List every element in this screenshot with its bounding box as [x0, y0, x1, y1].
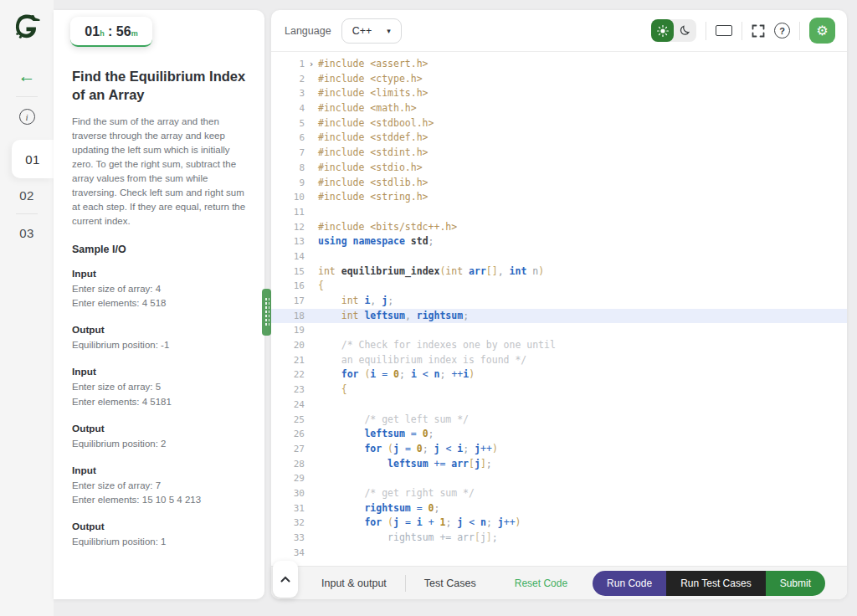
question-tabs: 01 02 03 — [0, 140, 54, 249]
timer-separator: : — [108, 24, 112, 38]
io-label: Input — [72, 268, 246, 280]
fold-chevron-icon[interactable]: › — [305, 57, 318, 72]
io-label: Input — [72, 465, 246, 476]
line-number: 21 — [271, 353, 305, 368]
question-tab-02[interactable]: 02 — [0, 178, 54, 212]
code-line[interactable]: 30 /* get right sum */ — [271, 486, 847, 501]
io-label: Input — [72, 366, 246, 377]
toolbar-divider — [742, 22, 742, 40]
code-line[interactable]: 34 — [271, 546, 847, 561]
timer-hours: 01 — [85, 24, 100, 38]
code-line[interactable]: 26 leftsum = 0; — [271, 427, 847, 442]
code-line[interactable]: 5#include <stdbool.h> — [271, 116, 847, 131]
reset-code-link[interactable]: Reset Code — [515, 578, 567, 589]
question-tab-03[interactable]: 03 — [0, 216, 54, 249]
info-icon[interactable]: i — [19, 109, 35, 125]
back-arrow-icon[interactable]: ← — [0, 66, 54, 86]
io-block: Input Enter size of array: 5 Enter eleme… — [72, 366, 246, 410]
code-editor[interactable]: 1›#include <assert.h>2#include <ctype.h>… — [271, 52, 847, 566]
line-number: 18 — [271, 309, 305, 324]
fullscreen-button[interactable] — [752, 24, 765, 38]
code-line[interactable]: 10#include <string.h> — [271, 190, 847, 205]
collapse-panel-button[interactable] — [273, 561, 298, 598]
code-text: /* get right sum */ — [318, 486, 475, 501]
line-number: 7 — [271, 146, 305, 161]
code-line[interactable]: 24 — [271, 398, 847, 413]
problem-panel: 01h : 56m Find the Equilibrium Index of … — [54, 10, 264, 599]
dark-theme-button[interactable] — [674, 19, 696, 42]
fold-gutter — [305, 72, 318, 87]
code-line[interactable]: 28 leftsum += arr[j]; — [271, 457, 847, 472]
code-line[interactable]: 1›#include <assert.h> — [271, 57, 847, 72]
fold-gutter — [305, 398, 318, 413]
tab-test-cases[interactable]: Test Cases — [424, 578, 476, 589]
code-line[interactable]: 27 for (j = 0; j < i; j++) — [271, 442, 847, 457]
code-line[interactable]: 2#include <ctype.h> — [271, 72, 847, 87]
line-number: 14 — [271, 249, 305, 264]
code-text: #include <assert.h> — [318, 57, 428, 72]
code-line[interactable]: 16{ — [271, 279, 847, 294]
code-text: int leftsum, rightsum; — [318, 309, 469, 324]
light-theme-button[interactable] — [651, 19, 674, 42]
fold-gutter — [305, 161, 318, 176]
language-select[interactable]: C++ ▾ — [341, 18, 402, 44]
code-line[interactable]: 33 rightsum += arr[j]; — [271, 531, 847, 546]
io-block: Output Equilibrium position: 1 — [72, 521, 246, 550]
settings-button[interactable]: ⚙ — [809, 18, 835, 44]
code-line[interactable]: 18 int leftsum, rightsum; — [271, 309, 847, 324]
editor-footer: Input & output Test Cases Reset Code Run… — [271, 566, 847, 599]
code-line[interactable]: 3#include <limits.h> — [271, 86, 847, 101]
code-line[interactable]: 25 /* get left sum */ — [271, 413, 847, 428]
code-line[interactable]: 9#include <stdlib.h> — [271, 176, 847, 191]
toolbar-divider — [799, 22, 800, 40]
panel-resize-grip[interactable] — [262, 289, 271, 336]
tab-input-output[interactable]: Input & output — [321, 578, 387, 589]
code-line[interactable]: 32 for (j = i + 1; j < n; j++) — [271, 516, 847, 531]
timer: 01h : 56m — [70, 17, 152, 47]
action-buttons: Run Code Run Test Cases Submit — [593, 571, 825, 596]
io-line: Enter elements: 15 10 5 4 213 — [72, 493, 246, 508]
code-line[interactable]: 15int equilibrium_index(int arr[], int n… — [271, 264, 847, 280]
fold-gutter — [305, 382, 318, 398]
line-number: 31 — [271, 501, 305, 516]
line-number: 10 — [271, 190, 305, 205]
code-line[interactable]: 8#include <stdio.h> — [271, 161, 847, 176]
sun-icon — [657, 25, 669, 37]
code-line[interactable]: 22 for (i = 0; i < n; ++i) — [271, 367, 847, 382]
code-line[interactable]: 4#include <math.h> — [271, 101, 847, 116]
line-number: 12 — [271, 220, 305, 235]
help-button[interactable]: ? — [774, 23, 790, 38]
run-test-cases-button[interactable]: Run Test Cases — [666, 571, 766, 596]
code-line[interactable]: 17 int i, j; — [271, 294, 847, 309]
code-line[interactable]: 11 — [271, 205, 847, 220]
timer-minutes: 56 — [116, 24, 131, 38]
question-tab-01[interactable]: 01 — [12, 140, 54, 178]
code-line[interactable]: 20 /* Check for indexes one by one until — [271, 338, 847, 353]
code-line[interactable]: 7#include <stdint.h> — [271, 146, 847, 161]
language-label: Language — [285, 25, 331, 37]
code-line[interactable]: 6#include <stddef.h> — [271, 131, 847, 146]
line-number: 4 — [271, 101, 305, 116]
toolbar-divider — [706, 22, 706, 40]
code-text: an equilibrium index is found */ — [318, 353, 526, 368]
code-line[interactable]: 29 — [271, 471, 847, 486]
run-code-button[interactable]: Run Code — [593, 571, 666, 596]
code-line[interactable]: 12#include <bits/stdc++.h> — [271, 220, 847, 235]
code-line[interactable]: 14 — [271, 249, 847, 264]
io-line: Enter size of array: 7 — [72, 479, 246, 494]
code-line[interactable]: 13using namespace std; — [271, 234, 847, 249]
code-line[interactable]: 23 { — [271, 382, 847, 398]
code-text: #include <bits/stdc++.h> — [318, 220, 457, 235]
code-text: for (i = 0; i < n; ++i) — [318, 367, 475, 382]
crocodile-logo-icon — [11, 11, 43, 43]
code-line[interactable]: 21 an equilibrium index is found */ — [271, 353, 847, 368]
fold-gutter — [305, 413, 318, 428]
gear-icon: ⚙ — [816, 23, 828, 38]
code-text: using namespace std; — [318, 234, 434, 249]
code-line[interactable]: 19 — [271, 323, 847, 338]
code-line[interactable]: 31 rightsum = 0; — [271, 501, 847, 516]
io-line: Equilibrium position: 2 — [72, 437, 246, 452]
window-button[interactable] — [716, 25, 732, 36]
io-label: Output — [72, 423, 246, 434]
submit-button[interactable]: Submit — [766, 571, 825, 596]
